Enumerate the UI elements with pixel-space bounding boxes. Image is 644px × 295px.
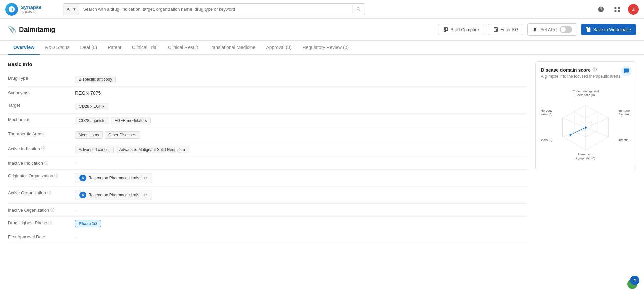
- set-alert-toggle[interactable]: [560, 26, 572, 33]
- tab-approval[interactable]: Approval (0): [261, 41, 297, 55]
- mechanism-tag-2[interactable]: EGFR modulators: [111, 117, 151, 124]
- drug-type-tag: Bispecific antibody: [75, 76, 116, 83]
- active-org-value: R Regeneron Pharmaceuticals, Inc.: [75, 190, 527, 200]
- score-title-help-icon: ⓘ: [593, 67, 597, 73]
- therapeutic-area-neoplasms[interactable]: Neoplasms: [75, 131, 103, 139]
- active-org-label: Active Organization ⓘ: [8, 190, 75, 196]
- toggle-slider: [560, 26, 572, 33]
- start-compare-label: Start Compare: [450, 27, 479, 32]
- originator-org-value: R Regeneron Pharmaceuticals, Inc.: [75, 173, 527, 183]
- inactive-indication-row: Inactive Indication ⓘ -: [8, 157, 527, 170]
- help-button[interactable]: [596, 4, 606, 15]
- target-tag[interactable]: CD28 x EGFR: [75, 103, 108, 110]
- tab-patent[interactable]: Patent: [102, 41, 126, 55]
- main-content: Basic Info Drug Type Bispecific antibody…: [0, 55, 644, 250]
- tabs-bar: Overview R&D Status Deal (0) Patent Clin…: [0, 41, 644, 55]
- active-org-name: Regeneron Pharmaceuticals, Inc.: [88, 193, 148, 197]
- enter-kg-button[interactable]: Enter KG: [488, 24, 523, 35]
- search-button[interactable]: [352, 4, 365, 15]
- originator-org-row: Originator Organization ⓘ R Regeneron Ph…: [8, 170, 527, 187]
- active-org-row: Active Organization ⓘ R Regeneron Pharma…: [8, 187, 527, 204]
- ai-chat-icon[interactable]: [621, 66, 632, 76]
- active-indication-value: Advanced cancer Advanced Malignant Solid…: [75, 146, 527, 153]
- search-bar: All ▾: [63, 3, 365, 15]
- grid-button[interactable]: [612, 4, 623, 15]
- set-alert-button[interactable]: Set Alert: [527, 23, 577, 36]
- drug-highest-phase-row: Drug Highest Phase ⓘ Phase 1/2: [8, 217, 527, 231]
- radar-chart: Endocrinology and Metabolic (0) Immune S…: [541, 84, 630, 165]
- originator-org-help-icon: ⓘ: [54, 173, 58, 179]
- inactive-indication-value: -: [75, 160, 527, 165]
- radar-label-immune: Immune: [618, 109, 630, 112]
- save-to-workspace-button[interactable]: Save to Workspace: [581, 24, 636, 35]
- radar-label-hemic-2: Lymphatic (0): [576, 156, 595, 160]
- start-compare-button[interactable]: Start Compare: [438, 24, 484, 35]
- radar-label-immune-2: System (0): [618, 112, 630, 116]
- drug-type-label: Drug Type: [8, 76, 75, 81]
- left-panel: Basic Info Drug Type Bispecific antibody…: [8, 61, 527, 243]
- radar-label-infectious: Infectious (0): [618, 138, 630, 142]
- active-indication-help-icon: ⓘ: [41, 146, 45, 152]
- disease-score-card: Disease domain score ⓘ A glimpse into th…: [535, 61, 636, 170]
- drug-name: Dalmitamig: [19, 26, 55, 34]
- tab-clinical-trial[interactable]: Clinical Trial: [127, 41, 163, 55]
- logo-icon: [5, 3, 18, 16]
- inactive-indication-label: Inactive Indication ⓘ: [8, 160, 75, 166]
- drug-pin-icon: 📎: [8, 25, 16, 34]
- radar-label-nervous-2: System (0): [541, 112, 552, 116]
- active-indication-label: Active Indication ⓘ: [8, 146, 75, 152]
- tab-regulatory-review[interactable]: Regulatory Review (0): [297, 41, 355, 55]
- drug-highest-phase-label: Drug Highest Phase ⓘ: [8, 220, 75, 226]
- active-indication-row: Active Indication ⓘ Advanced cancer Adva…: [8, 142, 527, 157]
- inactive-org-dash: -: [75, 207, 76, 212]
- inactive-org-row: Inactive Organization ⓘ -: [8, 204, 527, 217]
- drug-highest-phase-value: Phase 1/2: [75, 220, 527, 227]
- therapeutic-areas-value: Neoplasms Other Diseases: [75, 131, 527, 139]
- navbar: Synapse by patsnap All ▾ Z: [0, 0, 644, 19]
- originator-org-tag[interactable]: R Regeneron Pharmaceuticals, Inc.: [75, 173, 152, 183]
- tab-translational-medicine[interactable]: Translational Medicine: [203, 41, 261, 55]
- drug-title-area: 📎 Dalmitamig: [8, 25, 55, 34]
- synonyms-label: Synonyms: [8, 90, 75, 95]
- indication-tag-advanced-cancer[interactable]: Advanced cancer: [75, 146, 114, 153]
- tab-clinical-result[interactable]: Clinical Result: [163, 41, 203, 55]
- drug-type-value: Bispecific antibody: [75, 76, 527, 83]
- inactive-indication-help-icon: ⓘ: [44, 160, 48, 166]
- score-card-title: Disease domain score ⓘ: [541, 67, 630, 73]
- drug-header: 📎 Dalmitamig Start Compare Enter KG Set …: [0, 19, 644, 41]
- right-panel: Disease domain score ⓘ A glimpse into th…: [535, 61, 636, 243]
- tab-overview[interactable]: Overview: [8, 41, 40, 55]
- save-to-workspace-label: Save to Workspace: [593, 27, 631, 32]
- basic-info-title: Basic Info: [8, 61, 527, 67]
- chevron-down-icon: ▾: [73, 7, 76, 12]
- logo-brand: Synapse: [21, 5, 42, 10]
- active-org-tag[interactable]: R Regeneron Pharmaceuticals, Inc.: [75, 190, 152, 200]
- mechanism-row: Mechanism CD28 agonists EGFR modulators: [8, 114, 527, 128]
- set-alert-label: Set Alert: [540, 27, 557, 32]
- search-filter-value: All: [67, 7, 71, 12]
- inactive-org-help-icon: ⓘ: [50, 207, 54, 213]
- originator-org-name: Regeneron Pharmaceuticals, Inc.: [88, 176, 148, 180]
- drug-actions: Start Compare Enter KG Set Alert Save to…: [438, 23, 636, 36]
- inactive-org-value: -: [75, 207, 527, 212]
- logo-text: Synapse by patsnap: [21, 5, 42, 14]
- search-input[interactable]: [79, 7, 352, 12]
- logo-sub: by patsnap: [21, 10, 42, 14]
- mechanism-tag-1[interactable]: CD28 agonists: [75, 117, 109, 124]
- user-avatar[interactable]: Z: [628, 4, 639, 15]
- inactive-indication-dash: -: [75, 160, 76, 165]
- search-filter-dropdown[interactable]: All ▾: [63, 4, 79, 15]
- radar-label-hemic: Hemic and: [578, 152, 593, 156]
- radar-label-endocrinology-2: Metabolic (0): [577, 93, 595, 97]
- radar-label-neoplasms: Neoplasms (2): [541, 138, 552, 142]
- radar-label-nervous: Nervous: [541, 109, 552, 112]
- tab-deal[interactable]: Deal (0): [75, 41, 102, 55]
- tab-rd-status[interactable]: R&D Status: [40, 41, 75, 55]
- indication-tag-malignant[interactable]: Advanced Malignant Solid Neoplasm: [116, 146, 189, 153]
- target-row: Target CD28 x EGFR: [8, 99, 527, 114]
- inactive-org-label: Inactive Organization ⓘ: [8, 207, 75, 213]
- synonyms-row: Synonyms REGN-7075: [8, 87, 527, 99]
- target-value: CD28 x EGFR: [75, 103, 527, 110]
- target-label: Target: [8, 103, 75, 108]
- therapeutic-area-other[interactable]: Other Diseases: [105, 131, 140, 139]
